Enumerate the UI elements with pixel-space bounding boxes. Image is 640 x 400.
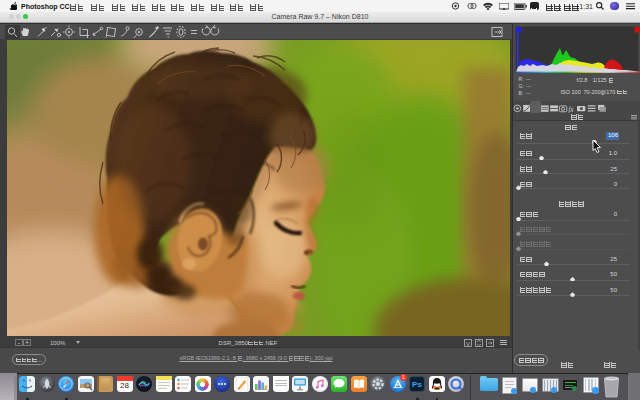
svg-text:V: V	[466, 340, 470, 346]
